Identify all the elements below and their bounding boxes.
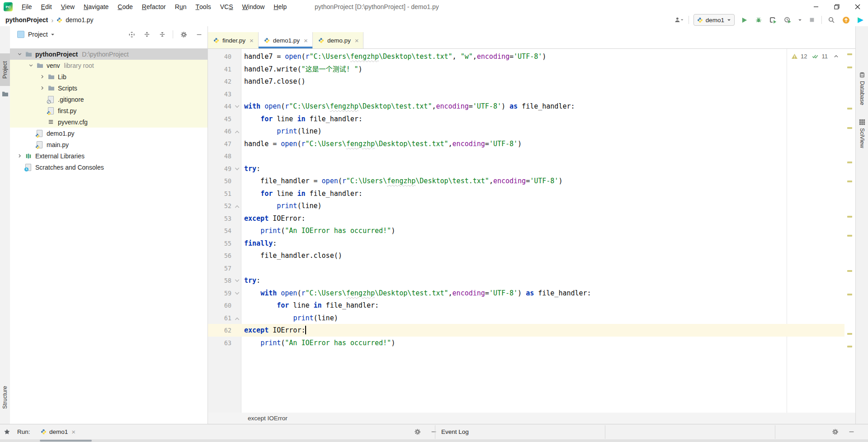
close-icon[interactable]: × [71, 428, 75, 436]
chevron-right-icon[interactable] [14, 152, 25, 160]
editor-breadcrumb-item[interactable]: except IOError [248, 415, 288, 422]
code-line-47[interactable]: 47handle = open(r"C:\Users\fengzhp\Deskt… [208, 138, 844, 150]
menu-view[interactable]: View [57, 0, 79, 14]
tree-item-scratches-and-consoles[interactable]: Scratches and Consoles [10, 162, 208, 173]
code-line-50[interactable]: 50 file_handler = open(r"C:\Users\fengzh… [208, 175, 844, 187]
fold-marker-icon[interactable] [235, 316, 239, 320]
chevron-right-icon[interactable] [36, 73, 48, 81]
code-line-45[interactable]: 45 for line in file_handler: [208, 113, 844, 125]
menu-edit[interactable]: Edit [37, 0, 57, 14]
editor-tab-demo-py[interactable]: demo.py× [313, 32, 364, 48]
code-line-40[interactable]: 40handle7 = open(r"C:\Users\fengzhp\Desk… [208, 50, 844, 63]
toolwindow-tab-sciview[interactable]: SciView [856, 119, 868, 148]
collapse-all-icon[interactable] [157, 29, 167, 39]
project-panel-title[interactable]: Project [28, 31, 48, 38]
fold-marker-icon[interactable] [235, 129, 239, 133]
tree-item-demo1-py[interactable]: demo1.py [10, 128, 208, 139]
toolwindow-tab-structure[interactable]: Structure [0, 383, 10, 412]
code-line-48[interactable]: 48 [208, 150, 844, 162]
tree-item--gitignore[interactable]: .gitignore [10, 94, 208, 105]
code-line-42[interactable]: 42handle7.close() [208, 75, 844, 88]
close-icon[interactable]: × [304, 37, 308, 44]
chevron-down-icon[interactable] [25, 62, 37, 69]
chevron-down-icon[interactable] [14, 51, 25, 58]
fold-marker-icon[interactable] [235, 105, 239, 108]
fold-marker-icon[interactable] [235, 204, 239, 208]
chevron-right-icon[interactable] [36, 85, 48, 92]
project-folder-icon[interactable] [0, 89, 10, 99]
tree-item-first-py[interactable]: first.py [10, 105, 208, 116]
code-line-41[interactable]: 41handle7.write("这是一个测试! ") [208, 63, 844, 76]
toolwindow-tab-database[interactable]: Database [856, 71, 868, 105]
event-log-label[interactable]: Event Log [441, 424, 469, 439]
settings-gear-icon[interactable] [412, 427, 422, 437]
profiler-button[interactable] [783, 15, 793, 25]
settings-gear-icon[interactable] [830, 427, 840, 437]
debug-button[interactable] [754, 15, 764, 25]
run-button[interactable] [739, 15, 749, 25]
code-line-57[interactable]: 57 [208, 262, 844, 275]
code-line-51[interactable]: 51 for line in file_handler: [208, 187, 844, 200]
warning-count[interactable]: 12 [801, 53, 807, 60]
profiler-dropdown-icon[interactable] [797, 15, 802, 25]
code-line-54[interactable]: 54 print("An IOError has occurred!") [208, 224, 844, 237]
menu-window[interactable]: Window [238, 0, 269, 14]
code-line-62[interactable]: 62except IOError: [208, 324, 844, 337]
previous-highlight-icon[interactable] [832, 52, 840, 60]
search-everywhere-icon[interactable] [826, 15, 836, 25]
code-line-44[interactable]: 44with open(r"C:\Users\fengzhp\Desktop\t… [208, 100, 844, 113]
close-icon[interactable]: × [250, 37, 254, 44]
menu-vcs[interactable]: VCS [216, 0, 238, 14]
chevron-down-icon[interactable] [51, 33, 55, 37]
menu-tools[interactable]: Tools [191, 0, 216, 14]
scrollbar-thumb[interactable] [40, 440, 92, 442]
tree-item-pyvenv-cfg[interactable]: pyvenv.cfg [10, 116, 208, 128]
tree-item-pythonproject[interactable]: pythonProjectD:\pythonProject [10, 48, 208, 60]
code-line-49[interactable]: 49try: [208, 162, 844, 175]
code-line-46[interactable]: 46 print(line) [208, 125, 844, 138]
settings-gear-icon[interactable] [179, 29, 189, 39]
breadcrumb-file[interactable]: demo1.py [66, 16, 93, 24]
menu-help[interactable]: Help [269, 0, 291, 14]
code-line-63[interactable]: 63 print("An IOError has occurred!") [208, 337, 844, 349]
code-line-55[interactable]: 55finally: [208, 237, 844, 250]
stop-button[interactable] [807, 15, 817, 25]
code-line-43[interactable]: 43 [208, 88, 844, 100]
code-line-56[interactable]: 56 file_handler.close() [208, 249, 844, 262]
typo-count[interactable]: 11 [821, 53, 828, 60]
menu-refactor[interactable]: Refactor [137, 0, 170, 14]
code-editor[interactable]: 40handle7 = open(r"C:\Users\fengzhp\Desk… [208, 49, 844, 413]
menu-run[interactable]: Run [170, 0, 191, 14]
code-line-60[interactable]: 60 for line in file_handler: [208, 299, 844, 312]
run-configuration-select[interactable]: demo1 [693, 14, 735, 26]
breadcrumb-project[interactable]: pythonProject [5, 16, 48, 24]
code-line-52[interactable]: 52 print(line) [208, 200, 844, 212]
tree-item-scripts[interactable]: Scripts [10, 82, 208, 94]
code-line-53[interactable]: 53except IOError: [208, 212, 844, 225]
user-account-icon[interactable] [674, 15, 684, 25]
tree-item-lib[interactable]: Lib [10, 71, 208, 82]
hide-panel-icon[interactable] [846, 427, 856, 437]
fold-marker-icon[interactable] [235, 291, 239, 295]
run-with-coverage-button[interactable] [768, 15, 778, 25]
editor-tab-finder-py[interactable]: finder.py× [208, 32, 259, 48]
toolwindow-tab-project[interactable]: Project [0, 53, 10, 86]
editor-tab-demo1-py[interactable]: demo1.py× [259, 32, 313, 48]
menu-navigate[interactable]: Navigate [79, 0, 113, 14]
close-button[interactable] [847, 0, 868, 14]
favorites-star-icon[interactable] [4, 424, 10, 439]
toolbox-play-logo-icon[interactable] [855, 15, 865, 25]
locate-file-icon[interactable] [127, 29, 137, 39]
fold-marker-icon[interactable] [235, 167, 239, 171]
minimize-button[interactable] [806, 0, 826, 14]
update-available-icon[interactable] [841, 15, 851, 25]
code-line-59[interactable]: 59 with open(r"C:\Users\fengzhp\Desktop\… [208, 287, 844, 299]
run-tab[interactable]: demo1 × [41, 424, 75, 439]
hide-panel-icon[interactable] [429, 427, 439, 437]
menu-file[interactable]: File [17, 0, 37, 14]
hide-panel-icon[interactable] [194, 29, 204, 39]
tree-item-external-libraries[interactable]: External Libraries [10, 150, 208, 162]
fold-marker-icon[interactable] [235, 279, 239, 282]
menu-code[interactable]: Code [113, 0, 137, 14]
code-line-61[interactable]: 61 print(line) [208, 312, 844, 324]
